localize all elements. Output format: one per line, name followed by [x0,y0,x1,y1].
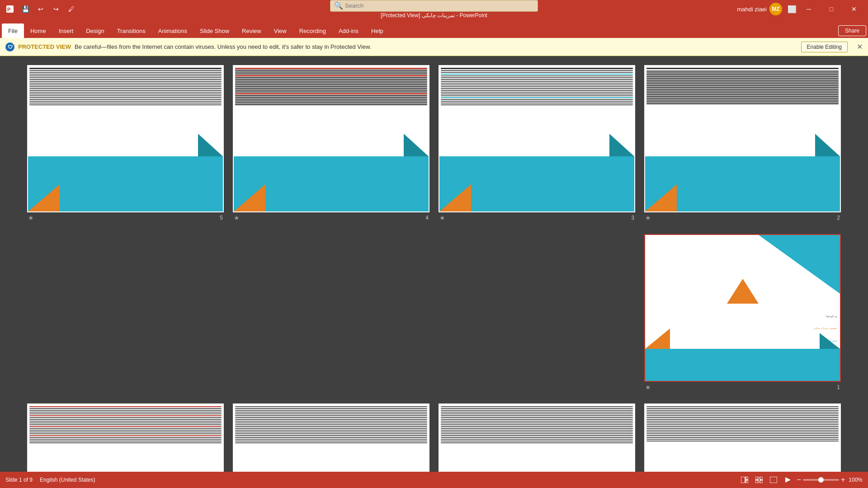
slide-item-4[interactable]: ★ 4 [233,65,429,223]
slide-item-9[interactable]: ★ 9 [27,404,224,472]
tab-addins[interactable]: Add-ins [332,23,365,38]
slide-footer-4: ★ 4 [233,212,429,223]
protected-view-label: PROTECTED VIEW [18,43,71,50]
svg-marker-10 [785,477,791,483]
tab-help[interactable]: Help [365,23,390,38]
tab-animations[interactable]: Animations [152,23,193,38]
svg-rect-3 [746,477,748,479]
tab-file[interactable]: File [2,23,24,38]
tab-transitions[interactable]: Transitions [111,23,152,38]
slide-thumbnail-4[interactable] [233,65,429,212]
banner-close-button[interactable]: ✕ [857,42,863,51]
tab-view[interactable]: View [268,23,293,38]
svg-rect-4 [746,480,748,483]
search-input[interactable] [345,2,534,9]
slide-number-3: 3 [631,215,634,221]
status-bar-left: Slide 1 of 9 English (United States) [5,477,95,483]
minimize-button[interactable]: ─ [798,2,819,16]
search-icon: 🔍 [334,1,343,10]
redo-button[interactable]: ↪ [50,3,62,15]
title-bar-center: 🔍 [Protected View] تمرینات چابکی - Power… [330,0,538,19]
slide-thumbnail-6[interactable] [644,404,841,472]
slide-star-3: ★ [439,214,445,221]
slide-thumbnail-7[interactable] [439,404,635,472]
slide-item-7[interactable]: ★ 7 [439,404,635,472]
title-bar: P 💾 ↩ ↪ 🖊 🔍 [Protected View] تمرینات چاب… [0,0,868,18]
title-text: [Protected View] تمرینات چابکی - PowerPo… [381,12,487,19]
slide1-subtitle: موضوع : تمرینات چابکی [814,327,837,329]
slide-thumbnail-5[interactable] [27,65,224,212]
protected-banner: 🛡 PROTECTED VIEW Be careful—files from t… [0,38,868,56]
slide-sorter-button[interactable] [754,474,764,485]
slides-grid: ★ 5 ★ [27,65,841,472]
customize-button[interactable]: 🖊 [65,3,78,15]
slide-item-1[interactable]: به نام خدا موضوع : تمرینات چابکی اهدایی … [644,234,841,392]
title-bar-right: mahdi ziaei MZ ⬜ ─ □ ✕ [737,2,864,16]
slide-star-5: ★ [28,214,34,221]
tab-home[interactable]: Home [24,23,52,38]
tab-recording[interactable]: Recording [293,23,332,38]
slide-footer-1: ★ 1 [644,382,841,393]
slide-count: Slide 1 of 9 [5,477,33,483]
reading-view-button[interactable] [768,474,779,485]
shield-icon: 🛡 [5,42,14,52]
slide-thumbnail-3[interactable] [439,65,635,212]
slide-item-2[interactable]: ★ 2 [644,65,841,223]
svg-rect-9 [770,477,777,483]
status-bar-right: − + 100% [739,474,863,485]
zoom-control: − + 100% [797,476,863,484]
close-button[interactable]: ✕ [844,2,864,16]
slide-thumbnail-1[interactable]: به نام خدا موضوع : تمرینات چابکی اهدایی … [644,234,841,381]
zoom-in-button[interactable]: + [841,476,845,484]
search-bar[interactable]: 🔍 [330,0,538,12]
save-button[interactable]: 💾 [19,3,32,15]
tab-insert[interactable]: Insert [52,23,80,38]
slide-footer-3: ★ 3 [439,212,635,223]
zoom-slider[interactable] [803,479,839,481]
user-name: mahdi ziaei [737,6,767,13]
slide-thumbnail-9[interactable] [27,404,224,472]
ribbon-tabs: File Home Insert Design Transitions Anim… [0,18,868,38]
slide-number-2: 2 [837,215,840,221]
slide-thumbnail-8[interactable] [233,404,429,472]
slide-star-2: ★ [645,214,651,221]
language-indicator: English (United States) [40,477,95,483]
normal-view-button[interactable] [739,474,750,485]
svg-rect-6 [760,477,763,479]
slide-item-6[interactable]: ★ 6 [644,404,841,472]
slides-area: ★ 5 ★ [0,56,868,472]
svg-rect-2 [741,477,745,483]
slideshow-button[interactable] [783,474,793,485]
svg-text:P: P [7,7,10,12]
tab-design[interactable]: Design [80,23,110,38]
enable-editing-button[interactable]: Enable Editing [801,42,848,52]
slide-star-4: ★ [234,214,240,221]
slide-footer-5: ★ 5 [27,212,224,223]
svg-rect-5 [755,477,758,479]
avatar[interactable]: MZ [769,3,782,15]
slide-star-1: ★ [645,384,651,391]
slide-thumbnail-2[interactable] [644,65,841,212]
slide1-title: به نام خدا [826,315,837,318]
share-button[interactable]: Share [838,25,866,36]
tab-review[interactable]: Review [236,23,268,38]
slide-number-5: 5 [220,215,223,221]
ribbon-display-button[interactable]: ⬜ [788,5,797,14]
status-bar: Slide 1 of 9 English (United States) − +… [0,472,868,488]
zoom-level[interactable]: 100% [849,477,863,483]
slide-number-1: 1 [837,384,840,390]
maximize-button[interactable]: □ [821,2,842,16]
tab-slideshow[interactable]: Slide Show [193,23,236,38]
slide-item-8[interactable]: ★ 8 [233,404,429,472]
slide-item-5[interactable]: ★ 5 [27,65,224,223]
slide-footer-2: ★ 2 [644,212,841,223]
undo-button[interactable]: ↩ [34,3,47,15]
slide-item-3[interactable]: ★ 3 [439,65,635,223]
protected-view-message: Be careful—files from the Internet can c… [75,43,797,50]
user-info: mahdi ziaei MZ [737,3,782,15]
zoom-out-button[interactable]: − [797,476,801,484]
svg-rect-7 [755,480,758,483]
powerpoint-icon: P [4,3,16,15]
slide-number-4: 4 [425,215,429,221]
svg-rect-8 [760,480,763,483]
